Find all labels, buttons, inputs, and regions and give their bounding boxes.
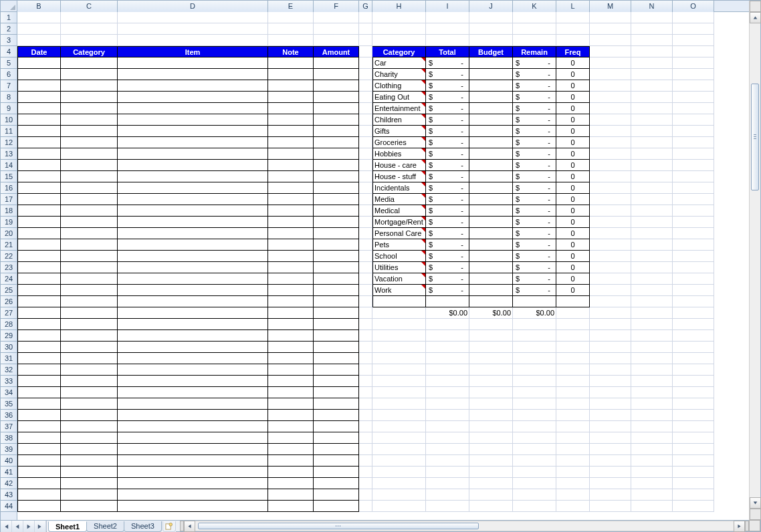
cell-C35[interactable] [61, 398, 118, 410]
cell-O11[interactable] [673, 126, 714, 137]
cell-D16[interactable] [118, 182, 268, 194]
cell-F21[interactable] [314, 239, 359, 251]
cell-J30[interactable] [469, 342, 513, 353]
cell-C18[interactable] [61, 205, 118, 217]
cell-M27[interactable] [590, 307, 631, 319]
cell-F14[interactable] [314, 160, 359, 171]
cell-L19[interactable]: 0 [556, 217, 590, 228]
cell-O24[interactable] [673, 273, 714, 285]
cell-M7[interactable] [590, 80, 631, 92]
cell-H25[interactable]: Work [372, 285, 426, 296]
cell-C12[interactable] [61, 137, 118, 148]
cell-B11[interactable] [17, 126, 61, 137]
cell-G44[interactable] [359, 501, 372, 512]
cell-M17[interactable] [590, 194, 631, 205]
cell-D33[interactable] [118, 376, 268, 387]
cell-H9[interactable]: Entertainment [372, 103, 426, 114]
cell-D38[interactable] [118, 432, 268, 444]
cell-D23[interactable] [118, 262, 268, 273]
cell-K27[interactable]: $0.00 [513, 307, 556, 319]
cell-N30[interactable] [631, 342, 673, 353]
cell-E42[interactable] [268, 478, 314, 489]
row-header-16[interactable]: 16 [1, 182, 17, 194]
cell-F30[interactable] [314, 342, 359, 353]
cell-L20[interactable]: 0 [556, 228, 590, 239]
column-header-N[interactable]: N [631, 1, 673, 12]
cell-J33[interactable] [469, 376, 513, 387]
cell-E29[interactable] [268, 330, 314, 342]
cell-B37[interactable] [17, 421, 61, 432]
cell-H34[interactable] [372, 387, 426, 398]
cell-I21[interactable]: $- [426, 239, 469, 251]
cell-F12[interactable] [314, 137, 359, 148]
cell-K32[interactable] [513, 364, 556, 376]
cell-G20[interactable] [359, 228, 372, 239]
horizontal-scrollbar[interactable] [180, 521, 749, 531]
cell-J12[interactable] [469, 137, 513, 148]
cell-J5[interactable] [469, 57, 513, 69]
cell-H24[interactable]: Vacation [372, 273, 426, 285]
cell-E11[interactable] [268, 126, 314, 137]
cell-C15[interactable] [61, 171, 118, 182]
cell-J36[interactable] [469, 410, 513, 421]
cell-L1[interactable] [556, 12, 590, 23]
cell-O28[interactable] [673, 319, 714, 330]
cell-D8[interactable] [118, 92, 268, 103]
cell-O30[interactable] [673, 342, 714, 353]
cell-D26[interactable] [118, 296, 268, 307]
cell-E6[interactable] [268, 69, 314, 80]
vscroll-thumb[interactable] [751, 84, 759, 190]
cell-I42[interactable] [426, 478, 469, 489]
cell-O41[interactable] [673, 467, 714, 478]
cell-H18[interactable]: Medical [372, 205, 426, 217]
cell-N41[interactable] [631, 467, 673, 478]
cell-E17[interactable] [268, 194, 314, 205]
cell-I2[interactable] [426, 23, 469, 35]
cell-E41[interactable] [268, 467, 314, 478]
cell-I30[interactable] [426, 342, 469, 353]
cell-L21[interactable]: 0 [556, 239, 590, 251]
cell-B29[interactable] [17, 330, 61, 342]
cell-N33[interactable] [631, 376, 673, 387]
cell-M6[interactable] [590, 69, 631, 80]
cell-L8[interactable]: 0 [556, 92, 590, 103]
cell-N1[interactable] [631, 12, 673, 23]
cell-B6[interactable] [17, 69, 61, 80]
cell-B25[interactable] [17, 285, 61, 296]
cell-N32[interactable] [631, 364, 673, 376]
cell-M9[interactable] [590, 103, 631, 114]
cell-I17[interactable]: $- [426, 194, 469, 205]
cell-C38[interactable] [61, 432, 118, 444]
cell-D10[interactable] [118, 114, 268, 126]
cell-I9[interactable]: $- [426, 103, 469, 114]
column-header-G[interactable]: G [359, 1, 372, 12]
tab-nav-first[interactable] [1, 521, 12, 532]
cell-O6[interactable] [673, 69, 714, 80]
cell-O39[interactable] [673, 444, 714, 455]
cell-H12[interactable]: Groceries [372, 137, 426, 148]
row-header-31[interactable]: 31 [1, 353, 17, 364]
cell-O43[interactable] [673, 489, 714, 501]
cell-D36[interactable] [118, 410, 268, 421]
cell-I41[interactable] [426, 467, 469, 478]
cell-J40[interactable] [469, 455, 513, 467]
cell-B13[interactable] [17, 148, 61, 160]
cell-C31[interactable] [61, 353, 118, 364]
cell-B27[interactable] [17, 307, 61, 319]
row-header-12[interactable]: 12 [1, 137, 17, 148]
row-header-3[interactable]: 3 [1, 35, 17, 46]
cell-H23[interactable]: Utilities [372, 262, 426, 273]
row-header-30[interactable]: 30 [1, 342, 17, 353]
cell-E2[interactable] [268, 23, 314, 35]
column-header-C[interactable]: C [61, 1, 118, 12]
cell-N22[interactable] [631, 251, 673, 262]
cell-B8[interactable] [17, 92, 61, 103]
cell-O40[interactable] [673, 455, 714, 467]
cell-G40[interactable] [359, 455, 372, 467]
cell-E28[interactable] [268, 319, 314, 330]
cell-E23[interactable] [268, 262, 314, 273]
cell-M22[interactable] [590, 251, 631, 262]
cell-E44[interactable] [268, 501, 314, 512]
cell-G33[interactable] [359, 376, 372, 387]
cell-J38[interactable] [469, 432, 513, 444]
